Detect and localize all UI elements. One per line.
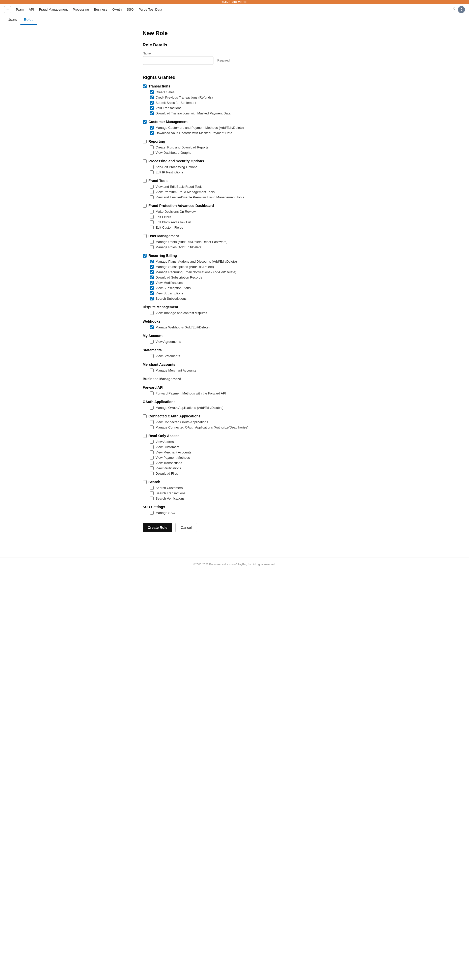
checkbox-edit-filters[interactable] xyxy=(150,215,154,219)
checkbox-void-tx[interactable] xyxy=(150,106,154,110)
group-label-recurring-billing[interactable]: Recurring Billing xyxy=(148,254,177,258)
checkbox-download-files[interactable] xyxy=(150,472,154,476)
checkbox-reporting[interactable] xyxy=(143,140,147,143)
checkbox-connected-oauth[interactable] xyxy=(143,414,147,418)
group-label-customer-management[interactable]: Customer Management xyxy=(148,120,188,124)
checkbox-view-basic-fraud[interactable] xyxy=(150,185,154,189)
checkbox-search-transactions[interactable] xyxy=(150,491,154,495)
checkbox-manage-recurring-email[interactable] xyxy=(150,270,154,274)
item-view-sub-plans: View Subscription Plans xyxy=(150,286,327,290)
checkbox-manage-connected-oauth[interactable] xyxy=(150,425,154,429)
checkbox-manage-webhooks[interactable] xyxy=(150,325,154,329)
checkbox-search-subscriptions[interactable] xyxy=(150,297,154,301)
item-manage-merchant: Manage Merchant Accounts xyxy=(150,369,327,372)
group-label-fraud-tools[interactable]: Fraud Tools xyxy=(148,179,169,183)
checkbox-fraud-tools[interactable] xyxy=(143,179,147,183)
checkbox-view-disputes[interactable] xyxy=(150,311,154,315)
checkbox-make-decisions[interactable] xyxy=(150,210,154,213)
checkbox-view-payment-methods[interactable] xyxy=(150,456,154,460)
checkbox-customer-management[interactable] xyxy=(143,120,147,124)
item-submit-settlement: Submit Sales for Settlement xyxy=(150,101,327,105)
nav-team[interactable]: Team xyxy=(14,6,26,12)
item-search-transactions: Search Transactions xyxy=(150,491,327,495)
tab-roles[interactable]: Roles xyxy=(21,15,37,25)
group-label-connected-oauth[interactable]: Connected OAuth Applications xyxy=(148,414,201,418)
checkbox-add-edit-processing[interactable] xyxy=(150,165,154,169)
checkbox-view-agreements[interactable] xyxy=(150,340,154,344)
checkbox-manage-roles[interactable] xyxy=(150,245,154,249)
checkbox-view-modifications[interactable] xyxy=(150,281,154,285)
checkbox-enable-premium-fraud[interactable] xyxy=(150,195,154,199)
group-label-search[interactable]: Search xyxy=(148,480,160,484)
back-button[interactable]: ← xyxy=(4,6,11,13)
name-input[interactable] xyxy=(143,56,214,65)
checkbox-manage-users[interactable] xyxy=(150,240,154,244)
nav-api[interactable]: API xyxy=(27,6,36,12)
nav-purge[interactable]: Purge Test Data xyxy=(137,6,164,12)
checkbox-manage-plans[interactable] xyxy=(150,259,154,263)
checkbox-edit-custom-fields[interactable] xyxy=(150,226,154,229)
checkbox-view-dashboard[interactable] xyxy=(150,151,154,154)
item-manage-customers: Manage Customers and Payment Methods (Ad… xyxy=(150,126,327,130)
checkbox-view-verifications[interactable] xyxy=(150,466,154,470)
checkbox-edit-block-allow[interactable] xyxy=(150,220,154,224)
checkbox-view-address[interactable] xyxy=(150,440,154,444)
cancel-button[interactable]: Cancel xyxy=(175,523,197,532)
nav-sso[interactable]: SSO xyxy=(124,6,136,12)
nav-fraud-management[interactable]: Fraud Management xyxy=(37,6,70,12)
group-label-fraud-protection[interactable]: Fraud Protection Advanced Dashboard xyxy=(148,204,214,208)
checkbox-credit-prev-tx[interactable] xyxy=(150,95,154,99)
group-label-reporting[interactable]: Reporting xyxy=(148,139,165,143)
tab-users[interactable]: Users xyxy=(4,15,21,25)
checkbox-view-connected-oauth[interactable] xyxy=(150,420,154,424)
name-label: Name xyxy=(143,52,327,55)
checkbox-create-reports[interactable] xyxy=(150,145,154,149)
checkbox-submit-settlement[interactable] xyxy=(150,101,154,105)
help-button[interactable]: ? xyxy=(453,7,455,12)
checkbox-manage-subscriptions[interactable] xyxy=(150,265,154,269)
checkbox-manage-sso[interactable] xyxy=(150,511,154,515)
item-edit-custom-fields: Edit Custom Fields xyxy=(150,226,327,229)
nav-processing[interactable]: Processing xyxy=(71,6,91,12)
item-view-address: View Address xyxy=(150,440,327,444)
group-label-read-only-access[interactable]: Read-Only Access xyxy=(148,434,179,438)
checkbox-view-sub-plans[interactable] xyxy=(150,286,154,290)
checkbox-view-merchant-accounts[interactable] xyxy=(150,450,154,454)
checkbox-view-premium-fraud[interactable] xyxy=(150,190,154,194)
item-manage-roles: Manage Roles (Add/Edit/Delete) xyxy=(150,245,327,249)
checkbox-search-customers[interactable] xyxy=(150,486,154,490)
group-label-oauth-applications: OAuth Applications xyxy=(143,400,175,404)
checkbox-create-sales[interactable] xyxy=(150,90,154,94)
group-label-processing-security[interactable]: Processing and Security Options xyxy=(148,159,204,163)
create-role-button[interactable]: Create Role xyxy=(143,523,172,532)
nav-business[interactable]: Business xyxy=(92,6,110,12)
item-view-payment-methods: View Payment Methods xyxy=(150,456,327,460)
group-label-transactions[interactable]: Transactions xyxy=(148,84,170,88)
checkbox-edit-ip[interactable] xyxy=(150,170,154,174)
checkbox-download-vault[interactable] xyxy=(150,131,154,135)
avatar[interactable]: J xyxy=(458,6,465,13)
checkbox-search[interactable] xyxy=(143,480,147,484)
checkbox-manage-customers[interactable] xyxy=(150,126,154,130)
checkbox-view-subscriptions[interactable] xyxy=(150,291,154,295)
checkbox-fraud-protection[interactable] xyxy=(143,204,147,208)
checkbox-manage-merchant[interactable] xyxy=(150,369,154,372)
checkbox-manage-oauth-apps[interactable] xyxy=(150,406,154,410)
checkbox-user-management[interactable] xyxy=(143,234,147,238)
group-label-sso-settings: SSO Settings xyxy=(143,505,165,509)
checkbox-download-masked[interactable] xyxy=(150,111,154,115)
group-label-user-management[interactable]: User Management xyxy=(148,234,179,238)
item-forward-payment: Forward Payment Methods with the Forward… xyxy=(150,391,327,395)
checkbox-forward-payment[interactable] xyxy=(150,391,154,395)
checkbox-transactions[interactable] xyxy=(143,84,147,88)
checkbox-processing-security[interactable] xyxy=(143,159,147,163)
checkbox-download-sub-records[interactable] xyxy=(150,275,154,279)
nav-oauth[interactable]: OAuth xyxy=(110,6,124,12)
checkbox-view-transactions[interactable] xyxy=(150,461,154,465)
checkbox-view-statements[interactable] xyxy=(150,354,154,358)
checkbox-recurring-billing[interactable] xyxy=(143,254,147,258)
checkbox-view-customers[interactable] xyxy=(150,445,154,449)
group-recurring-billing: Recurring Billing Manage Plans, Addons a… xyxy=(143,254,327,301)
checkbox-read-only-access[interactable] xyxy=(143,434,147,438)
checkbox-search-verifications[interactable] xyxy=(150,496,154,500)
